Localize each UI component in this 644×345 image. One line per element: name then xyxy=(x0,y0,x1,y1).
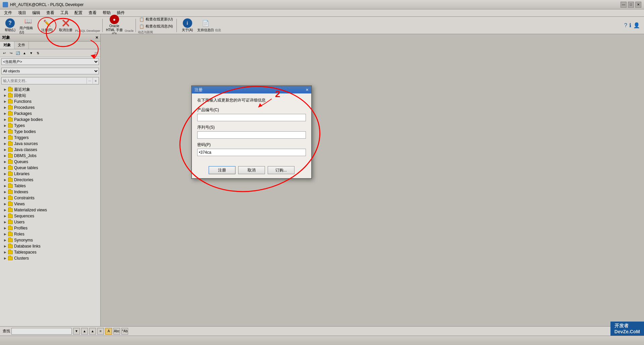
dialog-title-text: 注册 xyxy=(195,87,203,93)
product-number-input[interactable] xyxy=(197,114,306,121)
dialog-title-bar: 注册 ✕ xyxy=(192,86,311,93)
dialog-overlay: 注册 ✕ 在下面输入或更新您的许可证详细信息 产品编号(C) 序列号(S) 密码… xyxy=(0,0,644,345)
serial-number-input[interactable] xyxy=(197,131,306,139)
serial-number-label: 序列号(S) xyxy=(197,125,306,130)
password-input[interactable] xyxy=(197,149,306,156)
dialog-buttons: 注册 取消 订购... xyxy=(192,163,311,178)
dialog-content: 在下面输入或更新您的许可证详细信息 产品编号(C) 序列号(S) 密码(P) xyxy=(192,93,311,163)
register-dialog: 注册 ✕ 在下面输入或更新您的许可证详细信息 产品编号(C) 序列号(S) 密码… xyxy=(191,85,312,179)
cancel-btn[interactable]: 取消 xyxy=(238,166,265,174)
serial-number-field: 序列号(S) xyxy=(197,125,306,139)
product-number-label: 产品编号(C) xyxy=(197,107,306,113)
dialog-close-btn[interactable]: ✕ xyxy=(306,88,309,92)
product-number-field: 产品编号(C) xyxy=(197,107,306,121)
password-label: 密码(P) xyxy=(197,142,306,148)
register-confirm-btn[interactable]: 注册 xyxy=(209,166,235,174)
dialog-description: 在下面输入或更新您的许可证详细信息 xyxy=(197,97,306,103)
password-field: 密码(P) xyxy=(197,142,306,156)
purchase-btn[interactable]: 订购... xyxy=(268,166,294,174)
